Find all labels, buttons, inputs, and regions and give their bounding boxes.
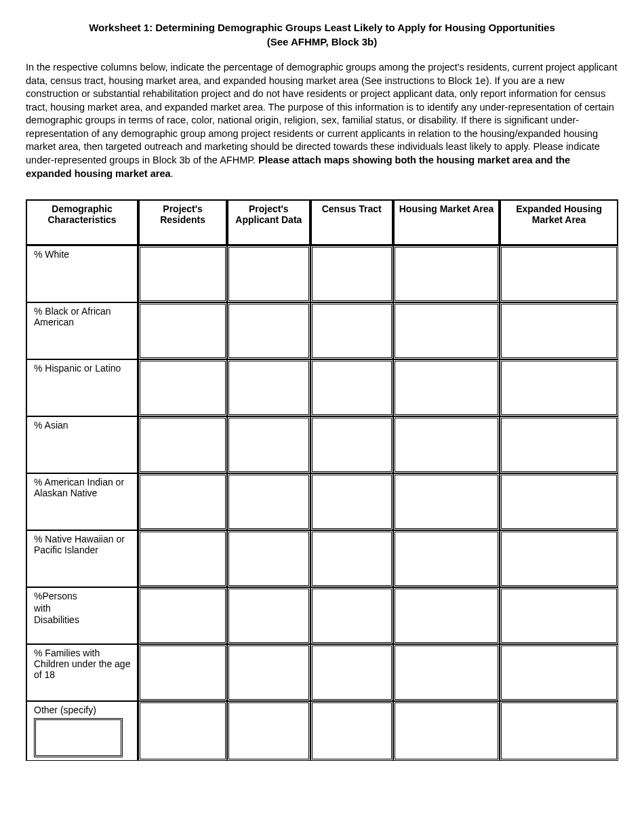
- data-cell[interactable]: [227, 530, 310, 587]
- row-label-text: % Families with Children under the age o…: [34, 648, 130, 680]
- row-label: % Asian: [26, 416, 138, 473]
- data-cell[interactable]: [393, 587, 500, 644]
- header-housing-market: Housing Market Area: [393, 199, 500, 245]
- table-row: % Black or African American: [26, 302, 618, 359]
- header-census-tract: Census Tract: [310, 199, 393, 245]
- row-label-text: % Black or African American: [34, 306, 111, 327]
- table-row: Other (specify): [26, 701, 618, 761]
- title-line2: (See AFHMP, Block 3b): [267, 36, 378, 47]
- data-cell[interactable]: [500, 302, 618, 359]
- row-label: % Native Hawaiian or Pacific Islander: [26, 530, 138, 587]
- intro-paragraph: In the respective columns below, indicat…: [26, 61, 618, 180]
- table-row: % White: [26, 245, 618, 302]
- data-cell[interactable]: [310, 416, 393, 473]
- data-cell[interactable]: [227, 644, 310, 701]
- data-cell[interactable]: [393, 416, 500, 473]
- data-cell[interactable]: [138, 416, 227, 473]
- header-residents: Project's Residents: [138, 199, 227, 245]
- table-row: % American Indian or Alaskan Native: [26, 473, 618, 530]
- row-label-text: % Native Hawaiian or Pacific Islander: [34, 534, 125, 555]
- data-cell[interactable]: [310, 701, 393, 761]
- data-cell[interactable]: [310, 587, 393, 644]
- data-cell[interactable]: [310, 473, 393, 530]
- data-cell[interactable]: [393, 530, 500, 587]
- data-cell[interactable]: [500, 701, 618, 761]
- data-cell[interactable]: [500, 587, 618, 644]
- data-cell[interactable]: [393, 359, 500, 416]
- table-header-row: Demographic Characteristics Project's Re…: [26, 199, 618, 245]
- data-cell[interactable]: [500, 359, 618, 416]
- table-row: %Persons with Disabilities: [26, 587, 618, 644]
- table-row: % Families with Children under the age o…: [26, 644, 618, 701]
- data-cell[interactable]: [393, 302, 500, 359]
- data-cell[interactable]: [393, 473, 500, 530]
- title-line1: Worksheet 1: Determining Demographic Gro…: [89, 22, 555, 33]
- table-row: % Hispanic or Latino: [26, 359, 618, 416]
- row-label-text: %Persons with Disabilities: [34, 591, 95, 627]
- intro-period: .: [171, 168, 174, 179]
- header-expanded-market: Expanded Housing Market Area: [500, 199, 618, 245]
- data-cell[interactable]: [310, 530, 393, 587]
- row-label-text: Other (specify): [34, 704, 96, 715]
- data-cell[interactable]: [138, 473, 227, 530]
- worksheet-title: Worksheet 1: Determining Demographic Gro…: [26, 20, 618, 49]
- data-cell[interactable]: [227, 416, 310, 473]
- data-cell[interactable]: [138, 587, 227, 644]
- data-cell[interactable]: [310, 359, 393, 416]
- data-cell[interactable]: [227, 359, 310, 416]
- data-cell[interactable]: [138, 644, 227, 701]
- data-cell[interactable]: [310, 245, 393, 302]
- data-cell[interactable]: [227, 701, 310, 761]
- row-label: % White: [26, 245, 138, 302]
- data-cell[interactable]: [227, 245, 310, 302]
- data-cell[interactable]: [227, 587, 310, 644]
- data-cell[interactable]: [500, 416, 618, 473]
- row-label: % Black or African American: [26, 302, 138, 359]
- header-applicant-data: Project's Applicant Data: [227, 199, 310, 245]
- row-label-text: % American Indian or Alaskan Native: [34, 477, 124, 498]
- row-label: % Hispanic or Latino: [26, 359, 138, 416]
- data-cell[interactable]: [500, 530, 618, 587]
- data-cell[interactable]: [138, 359, 227, 416]
- intro-text: In the respective columns below, indicat…: [26, 62, 617, 165]
- row-label-text: % Asian: [34, 420, 68, 431]
- row-label-text: % White: [34, 249, 69, 260]
- data-cell[interactable]: [138, 302, 227, 359]
- table-row: % Asian: [26, 416, 618, 473]
- demographic-table: Demographic Characteristics Project's Re…: [26, 199, 618, 761]
- row-label: % American Indian or Alaskan Native: [26, 473, 138, 530]
- data-cell[interactable]: [138, 245, 227, 302]
- data-cell[interactable]: [393, 701, 500, 761]
- row-label: %Persons with Disabilities: [26, 587, 138, 644]
- row-label: % Families with Children under the age o…: [26, 644, 138, 701]
- data-cell[interactable]: [310, 644, 393, 701]
- row-label: Other (specify): [26, 701, 138, 761]
- data-cell[interactable]: [138, 701, 227, 761]
- data-cell[interactable]: [500, 473, 618, 530]
- data-cell[interactable]: [227, 473, 310, 530]
- data-cell[interactable]: [310, 302, 393, 359]
- data-cell[interactable]: [500, 245, 618, 302]
- data-cell[interactable]: [500, 644, 618, 701]
- header-demographic: Demographic Characteristics: [26, 199, 138, 245]
- data-cell[interactable]: [138, 530, 227, 587]
- other-specify-input[interactable]: [34, 718, 123, 757]
- table-row: % Native Hawaiian or Pacific Islander: [26, 530, 618, 587]
- row-label-text: % Hispanic or Latino: [34, 363, 121, 374]
- data-cell[interactable]: [393, 644, 500, 701]
- data-cell[interactable]: [393, 245, 500, 302]
- data-cell[interactable]: [227, 302, 310, 359]
